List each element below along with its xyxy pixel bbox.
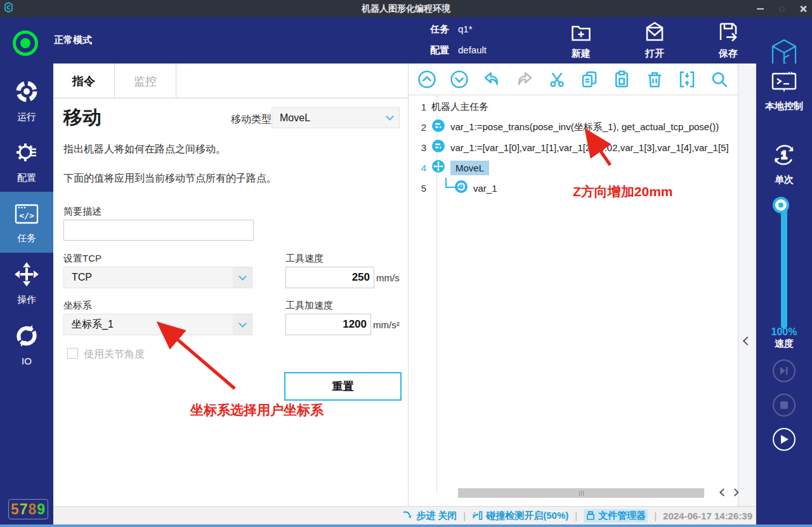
close-button[interactable]	[798, 4, 808, 14]
line-number: 2	[409, 122, 431, 133]
run-label: 运行	[17, 111, 36, 123]
move-up-button[interactable]	[416, 69, 438, 90]
title-bar: 机器人图形化编程环境	[0, 0, 812, 17]
single-cycle-icon: 1	[770, 141, 798, 171]
brief-desc-input[interactable]	[63, 220, 254, 241]
search-button[interactable]	[709, 69, 730, 90]
program-tree-panel: 1 机器人主任务 2 var_1:=pose_trans(pose_inv(坐标…	[409, 63, 738, 506]
run-icon	[13, 78, 40, 107]
task-value: q1*	[458, 23, 473, 36]
task-key: 任务	[430, 23, 449, 36]
speed-slider[interactable]	[781, 202, 787, 329]
collision-icon	[472, 510, 483, 521]
chevron-down-icon	[233, 314, 252, 335]
file-manager-status[interactable]: 文件管理器	[584, 509, 648, 523]
right-sidebar: 本地控制 1 单次 100% 速度	[756, 63, 812, 524]
save-disk-icon	[716, 21, 740, 46]
cut-button[interactable]	[546, 69, 568, 90]
tree-connector	[445, 178, 462, 188]
move-type-value: MoveL	[280, 112, 310, 124]
tool-speed-input[interactable]: 250	[285, 267, 374, 288]
speed-label: 速度	[756, 338, 812, 350]
config-key: 配置	[430, 44, 449, 57]
skip-next-icon	[779, 366, 789, 376]
maximize-button[interactable]	[776, 4, 787, 14]
tree-row-movel[interactable]: 4 MoveL	[409, 157, 738, 178]
move-type-select[interactable]: MoveL	[272, 107, 400, 128]
tree-node-label: var_1:=pose_trans(pose_inv(坐标系_1), get_a…	[450, 121, 719, 133]
single-run-button[interactable]: 1 单次	[756, 141, 812, 186]
tool-accel-input[interactable]: 1200	[285, 314, 371, 335]
sidebar-item-run[interactable]: 运行	[0, 70, 53, 131]
local-control-label: 本地控制	[765, 100, 803, 112]
collision-detection-status[interactable]: 碰撞检测开启(50%)	[472, 510, 568, 522]
tree-row-assignment-1[interactable]: 2 var_1:=pose_trans(pose_inv(坐标系_1), get…	[409, 117, 738, 137]
header: 正常模式 任务 q1* 配置 default 新建 打开 保存	[0, 17, 812, 63]
frame-select[interactable]: 坐标系_1	[63, 314, 252, 335]
window-title: 机器人图形化编程环境	[0, 3, 812, 15]
step-mode-status[interactable]: 步进 关闭	[402, 510, 457, 522]
collapse-panel-icon[interactable]	[743, 337, 752, 345]
mode-indicator-icon	[13, 30, 38, 56]
scrollbar-thumb[interactable]	[458, 488, 704, 498]
task-label: 任务	[17, 232, 36, 244]
chevron-down-icon	[233, 267, 252, 288]
step-next-button[interactable]	[773, 359, 796, 382]
tree-node-label-selected: MoveL	[450, 161, 489, 175]
offset-annotation-text: Z方向增加20mm	[573, 183, 673, 201]
single-run-label: 单次	[775, 174, 794, 186]
tool-speed-label: 工具速度	[285, 253, 324, 265]
frame-annotation-text: 坐标系选择用户坐标系	[190, 401, 324, 419]
config-gear-icon	[13, 139, 40, 168]
reset-button[interactable]: 重置	[284, 372, 402, 401]
scroll-right-icon[interactable]	[731, 488, 739, 497]
config-label: 配置	[17, 172, 36, 184]
sidebar-item-task[interactable]: </> 任务	[0, 192, 53, 253]
brief-desc-label: 简要描述	[63, 206, 102, 218]
scroll-left-icon[interactable]	[719, 488, 728, 497]
minimize-button[interactable]	[755, 4, 765, 14]
play-button[interactable]	[773, 428, 796, 451]
tcp-value: TCP	[72, 272, 92, 283]
save-button[interactable]: 保存	[705, 21, 751, 60]
delete-button[interactable]	[644, 69, 665, 90]
speed-percent: 100%	[756, 326, 812, 338]
description-line-2: 下面的值将应用到当前移动节点所有的子路点。	[63, 172, 277, 185]
left-sidebar: 运行 配置 </> 任务 操作 IO 5789	[0, 63, 53, 524]
move-down-button[interactable]	[449, 69, 470, 90]
local-control-button[interactable]: 本地控制	[756, 70, 812, 112]
sidebar-item-config[interactable]: 配置	[0, 131, 53, 192]
tree-row-assignment-2[interactable]: 3 var_1:=[var_1[0],var_1[1],var_1[2]+0.0…	[409, 137, 738, 157]
config-value: default	[458, 44, 487, 57]
tool-accel-unit: mm/s²	[373, 319, 400, 330]
tree-node-label: var_1:=[var_1[0],var_1[1],var_1[2]+0.02,…	[450, 142, 729, 153]
horizontal-scrollbar[interactable]	[409, 488, 738, 498]
joint-angle-checkbox[interactable]	[67, 348, 78, 359]
line-number: 4	[409, 163, 431, 173]
copy-button[interactable]	[579, 69, 600, 90]
io-cycle-icon	[13, 323, 40, 352]
tree-node-label: 机器人主任务	[431, 101, 488, 113]
tab-monitor[interactable]: 监控	[115, 63, 176, 98]
paste-button[interactable]	[611, 69, 632, 90]
description-line-1: 指出机器人将如何在路点之间移动。	[63, 143, 226, 156]
tab-row: 指令 监控	[53, 63, 408, 98]
new-button[interactable]: 新建	[558, 21, 604, 60]
new-label: 新建	[572, 48, 591, 60]
open-label: 打开	[645, 48, 664, 60]
tree-toolbar	[409, 63, 738, 95]
sidebar-item-operate[interactable]: 操作	[0, 253, 53, 314]
redo-button[interactable]	[514, 69, 535, 90]
tab-instruction[interactable]: 指令	[53, 63, 115, 98]
clock-timestamp: 2024-06-17 14:26:39	[663, 510, 752, 521]
status-code-badge: 5789	[8, 499, 48, 519]
tcp-select[interactable]: TCP	[63, 267, 252, 288]
tree-row-main-task[interactable]: 1 机器人主任务	[409, 97, 738, 117]
speed-readout: 100% 速度	[756, 326, 812, 350]
undo-button[interactable]	[481, 69, 502, 90]
sidebar-item-io[interactable]: IO	[0, 314, 53, 375]
collapse-button[interactable]	[676, 69, 698, 90]
speed-slider-handle[interactable]	[775, 199, 787, 211]
stop-button[interactable]	[773, 394, 796, 417]
open-button[interactable]: 打开	[632, 21, 678, 60]
